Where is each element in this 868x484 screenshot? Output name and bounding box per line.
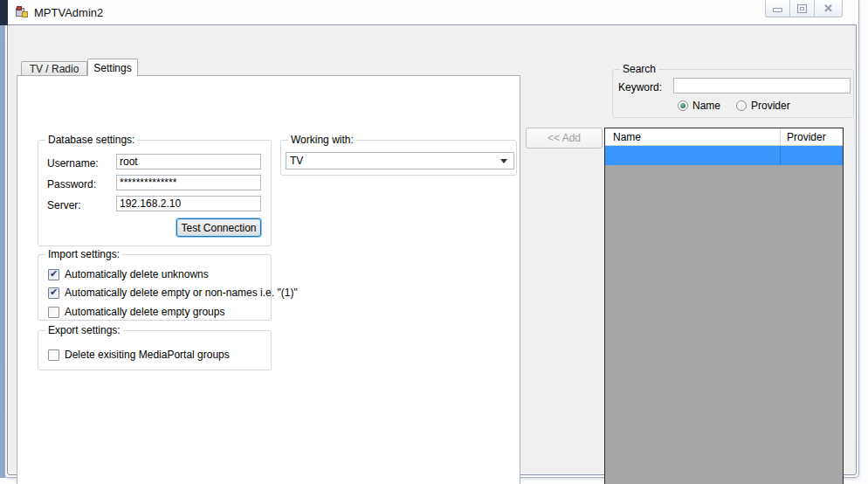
listview-header: Name Provider [605,128,843,146]
client-area: TV / Radio Settings Database settings: U… [7,24,857,475]
minimize-icon [773,8,782,12]
tab-tv-radio[interactable]: TV / Radio [21,61,87,76]
app-icon [16,6,29,18]
group-legend: Working with: [288,134,356,146]
group-legend: Search [620,63,658,75]
close-button[interactable]: ✕ [814,0,843,17]
minimize-button[interactable] [765,0,790,17]
selected-list-row[interactable] [605,146,843,165]
window-controls: ✕ [766,0,843,17]
checkbox-delete-unknowns[interactable]: Automatically delete unknowns [48,268,209,280]
password-input[interactable] [116,175,261,190]
username-input[interactable] [116,154,261,169]
server-label: Server: [47,199,81,211]
column-header-name[interactable]: Name [605,128,781,145]
checkbox-icon[interactable] [48,269,59,280]
search-by-radios: Name Provider [678,100,806,112]
row-cell-provider [781,146,843,165]
username-label: Username: [47,157,99,169]
title-bar[interactable]: MPTVAdmin2 ✕ [5,0,858,24]
column-header-provider[interactable]: Provider [781,128,843,145]
checkbox-icon[interactable] [48,287,59,299]
group-legend: Database settings: [45,134,137,146]
radio-provider-icon[interactable] [736,100,747,111]
combobox-selected-value: TV [286,155,500,167]
import-settings-group: Import settings: Automatically delete un… [38,254,272,321]
app-window: MPTVAdmin2 ✕ TV / Radio Settings Databas… [4,0,859,478]
keyword-input[interactable] [673,78,851,93]
test-connection-button[interactable]: Test Connection [176,218,261,237]
tab-settings[interactable]: Settings [87,59,138,76]
database-settings-group: Database settings: Username: Password: S… [38,140,272,246]
radio-provider-label: Provider [751,100,790,112]
checkbox-label: Automatically delete empty or non-names … [65,287,298,299]
checkbox-label: Automatically delete unknowns [65,268,209,280]
working-with-combobox[interactable]: TV [286,152,514,169]
group-legend: Import settings: [45,248,122,260]
checkbox-icon[interactable] [48,307,59,318]
close-icon: ✕ [823,3,833,14]
password-label: Password: [47,178,96,190]
checkbox-label: Automatically delete empty groups [65,306,224,318]
checkbox-delete-empty-non-names[interactable]: Automatically delete empty or non-names … [48,287,298,299]
radio-name-label: Name [692,100,720,112]
working-with-group: Working with: TV [280,140,517,176]
chevron-down-icon [500,159,507,163]
keyword-label: Keyword: [618,81,662,93]
add-button[interactable]: << Add [526,128,603,149]
checkbox-icon[interactable] [48,349,59,361]
channel-listview[interactable]: Name Provider [604,128,844,484]
settings-tab-page: Database settings: Username: Password: S… [17,75,520,484]
checkbox-label: Delete exisiting MediaPortal groups [65,349,230,361]
radio-name-icon[interactable] [678,100,688,111]
desktop-background-corner [0,0,8,25]
group-legend: Export settings: [45,324,123,336]
export-settings-group: Export settings: Delete exisiting MediaP… [38,330,272,370]
window-title: MPTVAdmin2 [34,6,103,19]
row-cell-name [605,146,781,165]
checkbox-delete-empty-groups[interactable]: Automatically delete empty groups [48,306,224,318]
maximize-button[interactable] [789,0,815,17]
maximize-icon [797,4,807,13]
search-group: Search Keyword: Name Provider [612,69,854,118]
server-input[interactable] [116,196,261,211]
checkbox-delete-existing-mediaportal-groups[interactable]: Delete exisiting MediaPortal groups [48,349,230,361]
